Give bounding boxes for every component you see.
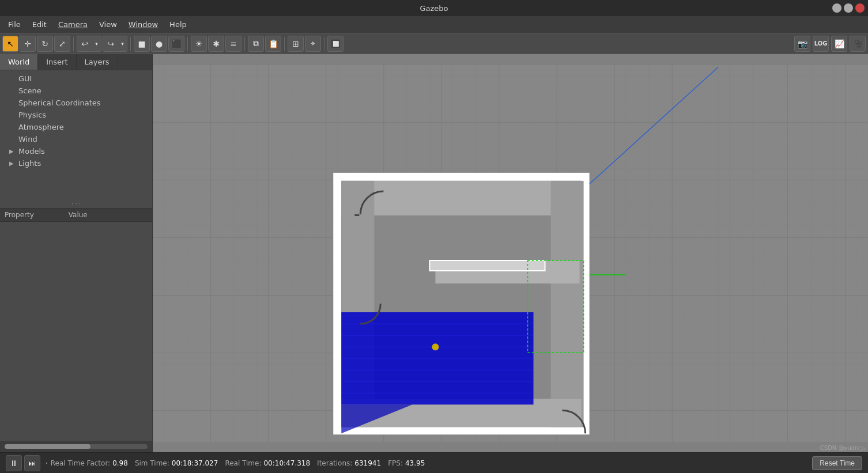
tree-item-spherical[interactable]: Spherical Coordinates [0,97,152,109]
tree-item-scene[interactable]: Scene [0,85,152,97]
menu-edit[interactable]: Edit [27,18,52,31]
menubar: File Edit Camera View Window Help [0,16,868,33]
world-tree: GUI Scene Spherical Coordinates Physics … [0,70,152,199]
value-col: Value [69,211,88,219]
undo-button[interactable]: ↩ [77,36,93,52]
tab-layers[interactable]: Layers [77,54,118,70]
menu-help[interactable]: Help [164,18,193,31]
scrollbar-thumb[interactable] [5,444,90,449]
pause-button[interactable]: ⏸ [6,455,22,471]
view-angle-button[interactable]: 🔲 [327,36,344,52]
tree-item-wind[interactable]: Wind [0,133,152,145]
real-time-value: 00:10:47.318 [263,459,310,467]
statusbar: ⏸ ⏭ · Real Time Factor: 0.98 Sim Time: 0… [0,452,868,473]
sim-time-label: Sim Time: [135,459,169,467]
box-button[interactable]: ■ [134,36,150,52]
realtime-factor-value: 0.98 [112,459,128,467]
titlebar: Gazebo [0,0,868,16]
sep6 [324,37,324,51]
toolbar: ↖ ✛ ↻ ⤢ ↩ ▾ ↪ ▾ ■ ● ⬛ ☀ ✱ ≡ ⧉ 📋 ⊞ ⌖ 🔲 📷 … [0,33,868,54]
close-button[interactable] [855,3,865,13]
tree-item-lights[interactable]: ▶ Lights [0,157,152,169]
sim-time-value: 00:18:37.027 [172,459,218,467]
watermark: CSDN @yuan○₂ [820,445,866,451]
sep2 [130,37,131,51]
left-panel: World Insert Layers GUI Scene Spherical … [0,54,153,452]
tree-item-gui[interactable]: GUI [0,73,152,85]
title-text: Gazebo [420,4,448,13]
scene-svg [153,54,868,452]
sep5 [284,37,285,51]
svg-point-23 [432,343,439,350]
light2-button[interactable]: ✱ [208,36,224,52]
resize-handle[interactable]: · · · [0,199,152,208]
svg-rect-24 [354,214,359,216]
scale-tool-button[interactable]: ⤢ [54,36,70,52]
menu-camera[interactable]: Camera [52,18,93,31]
tree-item-physics[interactable]: Physics [0,109,152,121]
snap-button[interactable]: ⌖ [305,36,321,52]
log-button[interactable]: LOG [813,36,829,52]
tree-item-models[interactable]: ▶ Models [0,145,152,157]
redo-button[interactable]: ↪ [103,36,119,52]
tab-insert[interactable]: Insert [38,54,76,70]
window-controls [832,3,865,13]
undo-arrow[interactable]: ▾ [92,36,101,52]
light1-button[interactable]: ☀ [191,36,207,52]
video-button[interactable]: 🎥 [850,36,866,52]
arrow-expand-icon: ▶ [9,148,16,154]
iterations-value: 631941 [354,459,381,467]
property-content [0,222,152,441]
select-tool-button[interactable]: ↖ [2,36,18,52]
3d-viewport[interactable]: CSDN @yuan○₂ [153,54,868,452]
light3-button[interactable]: ≡ [225,36,241,52]
tab-world[interactable]: World [0,54,38,70]
menu-view[interactable]: View [93,18,123,31]
menu-file[interactable]: File [2,18,27,31]
tree-item-atmosphere[interactable]: Atmosphere [0,121,152,133]
real-time-label: Real Time: [225,459,261,467]
align-button[interactable]: ⊞ [288,36,304,52]
sep4 [244,37,245,51]
sep3 [187,37,188,51]
copy-button[interactable]: ⧉ [248,36,264,52]
reset-time-button[interactable]: Reset Time [812,456,862,470]
sep1 [73,37,74,51]
sphere-button[interactable]: ● [151,36,167,52]
maximize-button[interactable] [844,3,853,13]
arrow-expand-icon: ▶ [9,160,16,167]
property-header: Property Value [0,209,152,222]
minimize-button[interactable] [832,3,841,13]
dot-separator: · [45,457,48,469]
fps-label: FPS: [388,459,403,467]
paste-button[interactable]: 📋 [265,36,281,52]
menu-window[interactable]: Window [123,18,164,31]
property-panel: Property Value [0,208,152,441]
property-col: Property [5,211,34,219]
plot-button[interactable]: 📈 [831,36,847,52]
tab-bar: World Insert Layers [0,54,152,70]
translate-tool-button[interactable]: ✛ [20,36,36,52]
horizontal-scrollbar[interactable] [0,441,152,452]
redo-arrow[interactable]: ▾ [118,36,127,52]
screenshot-button[interactable]: 📷 [794,36,810,52]
iterations-label: Iterations: [317,459,352,467]
fps-value: 43.95 [405,459,425,467]
step-button[interactable]: ⏭ [24,455,40,471]
svg-rect-10 [551,181,584,427]
cylinder-button[interactable]: ⬛ [168,36,184,52]
realtime-factor-label: Real Time Factor: [51,459,110,467]
main-area: World Insert Layers GUI Scene Spherical … [0,54,868,452]
rotate-tool-button[interactable]: ↻ [37,36,53,52]
scrollbar-track [5,444,148,449]
svg-rect-9 [341,181,581,215]
